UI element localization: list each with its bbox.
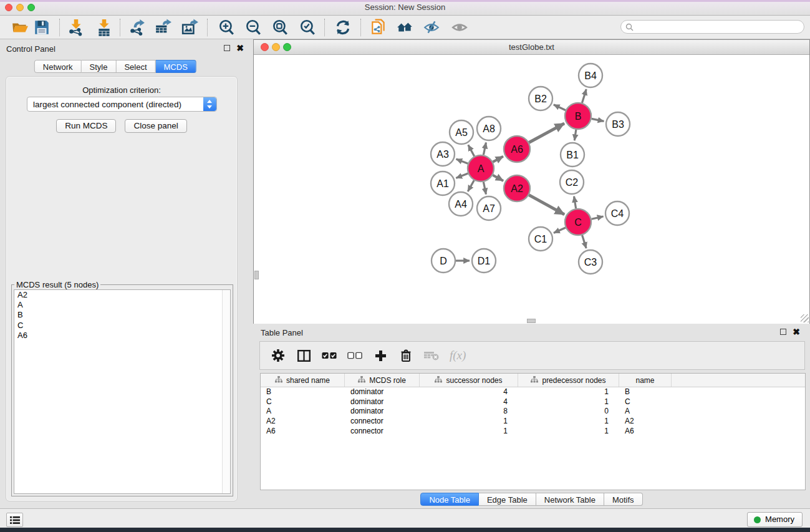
home-button[interactable]: [395, 19, 414, 36]
graph-node-A4[interactable]: A4: [449, 192, 473, 216]
result-list-scrollbar[interactable]: [222, 290, 230, 493]
table-cell[interactable]: dominator: [345, 397, 420, 407]
graph-edge-A-A5[interactable]: [468, 145, 475, 156]
column-header-predecessor-nodes[interactable]: predecessor nodes: [518, 374, 619, 387]
table-cell[interactable]: 1: [420, 427, 518, 437]
search-input[interactable]: [636, 21, 798, 32]
network-canvas[interactable]: B4B2BB3A5A8A6B1A3AA1C2A2A4A7C4CC1C3DD1: [254, 56, 809, 324]
table-cell[interactable]: 1: [420, 417, 518, 427]
result-list-item[interactable]: A: [14, 300, 230, 310]
optimization-dropdown[interactable]: largest connected component (directed): [27, 97, 217, 112]
table-cell[interactable]: B: [619, 387, 672, 397]
graph-node-C2[interactable]: C2: [560, 170, 584, 194]
result-list-item[interactable]: C: [14, 321, 230, 331]
graph-edge-B-B2[interactable]: [554, 105, 566, 110]
table-cell[interactable]: A6: [619, 427, 672, 437]
result-list-item[interactable]: A2: [14, 290, 230, 300]
table-cell[interactable]: 4: [420, 387, 518, 397]
select-all-columns-button[interactable]: [322, 348, 337, 363]
table-cell[interactable]: A: [261, 407, 345, 417]
table-row[interactable]: A6connector11A6: [261, 427, 805, 437]
hide-panel-button[interactable]: [422, 19, 441, 36]
show-panel-button[interactable]: [450, 19, 469, 36]
graph-node-B3[interactable]: B3: [606, 112, 630, 136]
tab-mcds[interactable]: MCDS: [156, 60, 196, 73]
float-panel-icon[interactable]: [223, 44, 231, 52]
graph-node-C1[interactable]: C1: [529, 227, 552, 251]
table-cell[interactable]: connector: [345, 427, 420, 437]
table-cell[interactable]: 1: [518, 397, 619, 407]
search-field[interactable]: [620, 20, 804, 34]
column-header-name[interactable]: name: [619, 374, 672, 387]
graph-edge-C-C4[interactable]: [591, 216, 603, 219]
graph-node-A1[interactable]: A1: [431, 172, 455, 195]
tab-motifs[interactable]: Motifs: [604, 493, 643, 506]
graph-node-D[interactable]: D: [432, 249, 455, 273]
close-panel-button[interactable]: Close panel: [125, 119, 186, 133]
create-column-button[interactable]: [373, 348, 388, 363]
graph-node-A[interactable]: A: [468, 155, 494, 181]
graph-node-A3[interactable]: A3: [431, 142, 455, 166]
zoom-selected-button[interactable]: [298, 19, 317, 36]
unselect-all-columns-button[interactable]: [347, 348, 362, 363]
table-settings-button[interactable]: [271, 348, 286, 363]
table-cell[interactable]: A6: [261, 427, 345, 437]
graph-edge-C-C1[interactable]: [554, 228, 566, 233]
graph-edge-B-B4[interactable]: [582, 89, 586, 103]
graph-node-A5[interactable]: A5: [450, 120, 473, 144]
export-network-button[interactable]: [128, 19, 147, 36]
graph-edge-A-A4[interactable]: [468, 180, 474, 191]
graph-edge-A-A1[interactable]: [456, 173, 468, 178]
graph-node-A6[interactable]: A6: [504, 136, 530, 162]
table-cell[interactable]: dominator: [345, 407, 420, 417]
graph-node-B1[interactable]: B1: [561, 143, 584, 167]
function-builder-button[interactable]: f(x): [450, 348, 466, 363]
table-close-panel-icon[interactable]: ✖: [792, 327, 801, 336]
tab-node-table[interactable]: Node Table: [420, 493, 479, 506]
tab-network[interactable]: Network: [34, 60, 82, 73]
graph-edge-B-B3[interactable]: [592, 118, 604, 121]
table-row[interactable]: Adominator80A: [261, 407, 805, 417]
graph-edge-A6-B[interactable]: [529, 123, 564, 143]
run-mcds-button[interactable]: Run MCDS: [56, 119, 116, 133]
tab-select[interactable]: Select: [116, 60, 155, 73]
table-cell[interactable]: A2: [619, 417, 672, 427]
tab-network-table[interactable]: Network Table: [536, 493, 604, 506]
duplicate-network-button[interactable]: [369, 19, 388, 36]
export-image-button[interactable]: [181, 19, 200, 36]
graph-node-B4[interactable]: B4: [579, 64, 602, 87]
memory-button[interactable]: Memory: [747, 512, 803, 527]
graph-edge-C-C3[interactable]: [582, 235, 587, 248]
graph-node-C3[interactable]: C3: [579, 250, 602, 274]
column-header-MCDS-role[interactable]: MCDS role: [345, 374, 420, 387]
save-session-button[interactable]: [32, 19, 51, 36]
table-cell[interactable]: dominator: [345, 387, 420, 397]
table-row[interactable]: Cdominator41C: [261, 397, 805, 407]
result-list-item[interactable]: A6: [14, 331, 230, 341]
import-network-button[interactable]: [67, 19, 85, 36]
graph-edge-A-A7[interactable]: [483, 182, 486, 195]
refresh-button[interactable]: [334, 19, 352, 36]
canvas-vscroll-nub[interactable]: [254, 271, 259, 279]
graph-edge-A2-C[interactable]: [529, 195, 564, 215]
export-table-button[interactable]: [154, 19, 173, 36]
open-session-button[interactable]: [11, 19, 29, 36]
show-column-button[interactable]: [296, 348, 311, 363]
close-panel-icon[interactable]: ✖: [236, 44, 244, 52]
graph-node-B2[interactable]: B2: [529, 87, 552, 110]
task-history-button[interactable]: [6, 513, 23, 527]
graph-edge-A-A6[interactable]: [493, 157, 503, 162]
table-row[interactable]: Bdominator41B: [261, 387, 805, 397]
graph-edge-A-A8[interactable]: [483, 143, 486, 155]
delete-table-button[interactable]: [424, 348, 439, 363]
table-cell[interactable]: B: [261, 387, 345, 397]
graph-node-C[interactable]: C: [565, 209, 591, 235]
graph-node-B[interactable]: B: [565, 103, 591, 129]
graph-edge-B-B1[interactable]: [574, 130, 576, 140]
zoom-in-button[interactable]: [217, 19, 236, 36]
zoom-fit-button[interactable]: [271, 19, 289, 36]
tab-edge-table[interactable]: Edge Table: [479, 493, 536, 506]
table-cell[interactable]: 4: [420, 397, 518, 407]
tab-style[interactable]: Style: [81, 60, 116, 73]
graph-edge-C-C2[interactable]: [574, 196, 576, 209]
